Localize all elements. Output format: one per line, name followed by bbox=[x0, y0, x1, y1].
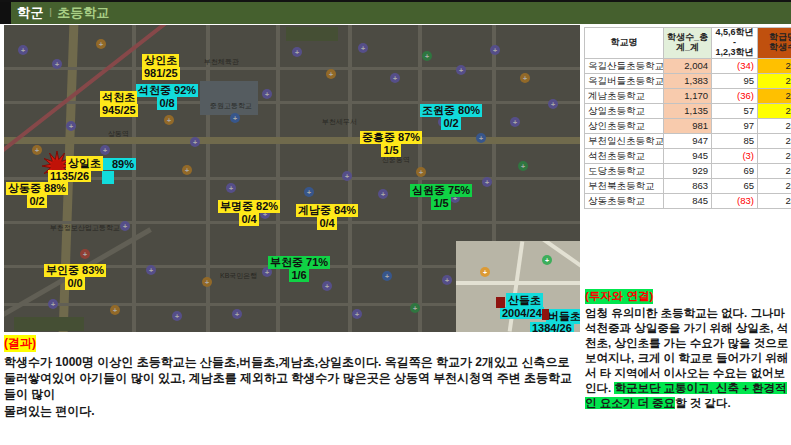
table-row: 상인초등학교9819724.5 bbox=[585, 119, 791, 134]
cell-school-name: 옥길산들초등학교 bbox=[585, 59, 664, 74]
school-label-group: 조원중 80%0/2 bbox=[420, 104, 482, 130]
cell-total-students: 929 bbox=[664, 164, 712, 179]
cell-total-students: 1,135 bbox=[664, 104, 712, 119]
table-row: 부천북초등학교8636523.3 bbox=[585, 179, 791, 194]
school-value-label: 1/5 bbox=[381, 144, 400, 157]
cell-total-students: 845 bbox=[664, 194, 712, 209]
school-label: 부천중 71% bbox=[268, 256, 330, 269]
cell-per-class: 24.9 bbox=[758, 149, 791, 164]
table-row: 부천일신초등학교9478524.9 bbox=[585, 134, 791, 149]
cell-per-class: 24.9 bbox=[758, 134, 791, 149]
school-label-group: 부명중 82%0/4 bbox=[218, 200, 280, 226]
investment-text: 할 것 같다. bbox=[675, 397, 731, 409]
cell-total-students: 2,004 bbox=[664, 59, 712, 74]
school-label: 심원중 75% bbox=[410, 184, 472, 197]
title-divider: ǀ bbox=[49, 6, 52, 20]
table-header-row: 학교명 학생수_총 계_계 4,5,6학년 - 1,2,3학년 학급당 학생수 bbox=[585, 28, 791, 59]
cell-per-class: 25.6 bbox=[758, 74, 791, 89]
cell-per-class: 24.5 bbox=[758, 119, 791, 134]
school-value-label: 0/4 bbox=[317, 217, 336, 230]
school-label: 계남중 84% bbox=[296, 204, 358, 217]
school-value-label: 1/6 bbox=[289, 269, 308, 282]
school-label-group: 심원중 75%1/5 bbox=[410, 184, 472, 210]
school-label: 석천초 bbox=[100, 91, 137, 104]
school-value-label: 1384/26 bbox=[530, 322, 574, 332]
school-value-label: 1/5 bbox=[431, 197, 450, 210]
school-stats-table-wrap: 학교명 학생수_총 계_계 4,5,6학년 - 1,2,3학년 학급당 학생수 … bbox=[584, 27, 791, 209]
school-value-label: 981/25 bbox=[142, 67, 180, 80]
cell-grade-diff: 85 bbox=[712, 134, 758, 149]
cell-total-students: 1,383 bbox=[664, 74, 712, 89]
school-label: 부명중 82% bbox=[218, 200, 280, 213]
table-row: 상동초등학교845(83)24.1 bbox=[585, 194, 791, 209]
table-row: 도당초등학교9296923.8 bbox=[585, 164, 791, 179]
hidden-label-fragment bbox=[542, 309, 549, 320]
school-label: 석천중 92% bbox=[136, 84, 198, 97]
cell-per-class: 26.0 bbox=[758, 89, 791, 104]
col-header-per-class: 학급당 학생수 bbox=[758, 28, 791, 59]
table-row: 석천초등학교945(3)24.9 bbox=[585, 149, 791, 164]
cell-grade-diff: 97 bbox=[712, 119, 758, 134]
cell-total-students: 863 bbox=[664, 179, 712, 194]
cell-grade-diff: (3) bbox=[712, 149, 758, 164]
school-value-label: 0/2 bbox=[441, 117, 460, 130]
cell-grade-diff: (36) bbox=[712, 89, 758, 104]
cell-grade-diff: 65 bbox=[712, 179, 758, 194]
cell-grade-diff: 69 bbox=[712, 164, 758, 179]
result-title: (결과) bbox=[4, 335, 36, 352]
cell-grade-diff: (83) bbox=[712, 194, 758, 209]
header-bar: 학군 ǀ 초등학교 bbox=[0, 0, 791, 24]
cell-school-name: 부천북초등학교 bbox=[585, 179, 664, 194]
cell-total-students: 945 bbox=[664, 149, 712, 164]
map-pin[interactable]: + bbox=[542, 255, 552, 265]
cell-school-name: 상일초등학교 bbox=[585, 104, 664, 119]
school-value-label: 0/0 bbox=[65, 277, 84, 290]
cell-grade-diff: 57 bbox=[712, 104, 758, 119]
school-label-group: 석천중 92%0/8 bbox=[136, 84, 198, 110]
school-label: 중흥중 87% bbox=[360, 131, 422, 144]
investment-section: (투자와 연결) 엄청 유의미한 초등학교는 없다. 그나마 석천중과 상일중을… bbox=[585, 286, 789, 411]
col-header-grade-diff: 4,5,6학년 - 1,2,3학년 bbox=[712, 28, 758, 59]
school-label: 상일초 bbox=[66, 156, 103, 171]
cell-school-name: 부천일신초등학교 bbox=[585, 134, 664, 149]
school-label: 산들초 bbox=[506, 293, 543, 308]
cell-per-class: 26.4 bbox=[758, 104, 791, 119]
school-label-group: 석천초945/25 bbox=[100, 91, 138, 117]
cell-per-class: 23.3 bbox=[758, 179, 791, 194]
cell-school-name: 상인초등학교 bbox=[585, 119, 664, 134]
road bbox=[456, 281, 580, 285]
table-row: 옥길버들초등학교1,3839525.6 bbox=[585, 74, 791, 89]
investment-body: 엄청 유의미한 초등학교는 없다. 그나마 석천중과 상일중을 가기 위해 상일… bbox=[585, 306, 789, 411]
page-subtitle: 초등학교 bbox=[57, 4, 109, 22]
cell-per-class: 26.0 bbox=[758, 59, 791, 74]
header-accent-block bbox=[0, 2, 11, 24]
road bbox=[474, 241, 580, 280]
school-value-label: 0/8 bbox=[157, 97, 176, 110]
map-pin[interactable]: + bbox=[480, 267, 490, 277]
map[interactable]: ++++++++++++++++++++++++++++++++++++++++… bbox=[4, 25, 580, 332]
school-value-label: 0/2 bbox=[27, 195, 46, 208]
result-section: (결과) 학생수가 1000명 이상인 초등학교는 산들초,버들초,계남초,상일… bbox=[4, 333, 582, 419]
school-label-group: 부인중 83%0/0 bbox=[44, 264, 106, 290]
school-stats-table: 학교명 학생수_총 계_계 4,5,6학년 - 1,2,3학년 학급당 학생수 … bbox=[584, 27, 791, 209]
school-label-group: 계남중 84%0/4 bbox=[296, 204, 358, 230]
col-header-total-students: 학생수_총 계_계 bbox=[664, 28, 712, 59]
cell-total-students: 947 bbox=[664, 134, 712, 149]
cell-per-class: 23.8 bbox=[758, 164, 791, 179]
school-label-group: 중흥중 87%1/5 bbox=[360, 131, 422, 157]
investment-title: (투자와 연결) bbox=[585, 289, 653, 304]
investment-text: 엄청 유의미한 초등학교는 없다. 그나마 석천중과 상일중을 가기 위해 상일… bbox=[585, 307, 788, 394]
result-body: 학생수가 1000명 이상인 초등학교는 산들초,버들초,계남초,상일초이다. … bbox=[4, 354, 582, 419]
page: 학군 ǀ 초등학교 ++++++++++++++++++++++++++++++… bbox=[0, 0, 791, 445]
cell-school-name: 도당초등학교 bbox=[585, 164, 664, 179]
school-label-group: 상인초981/25 bbox=[142, 54, 180, 80]
page-title: 학군 bbox=[17, 4, 44, 22]
school-label: 부인중 83% bbox=[44, 264, 106, 277]
cell-grade-diff: (34) bbox=[712, 59, 758, 74]
table-row: 계남초등학교1,170(36)26.0 bbox=[585, 89, 791, 104]
cell-grade-diff: 95 bbox=[712, 74, 758, 89]
starred-school-group: 89% 상일초 1135/26 bbox=[42, 147, 172, 191]
school-label: 조원중 80% bbox=[420, 104, 482, 117]
col-header-school-name: 학교명 bbox=[585, 28, 664, 59]
hidden-label-fragment bbox=[496, 297, 505, 308]
